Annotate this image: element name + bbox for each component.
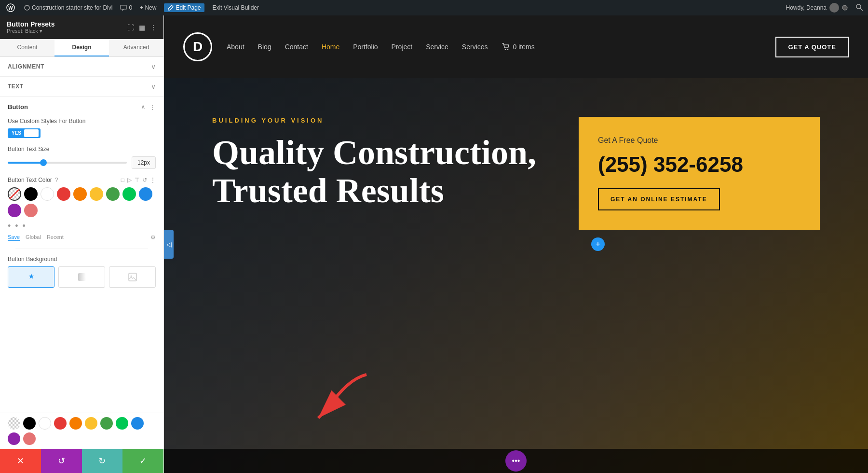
svg-text:W: W <box>8 5 13 11</box>
bg-option-image[interactable] <box>109 266 156 288</box>
bg-option-color[interactable] <box>8 266 54 288</box>
bottom-swatch-green[interactable] <box>100 417 113 430</box>
text-size-slider[interactable] <box>8 162 127 164</box>
bottom-swatch-pink[interactable] <box>23 432 36 445</box>
color-tab-global[interactable]: Global <box>26 234 41 241</box>
bottom-swatch-red[interactable] <box>54 417 67 430</box>
bottom-swatch-black[interactable] <box>23 417 36 430</box>
svg-point-11 <box>507 49 508 50</box>
color-more-icon[interactable]: ⋮ <box>150 177 156 183</box>
bottom-swatch-orange[interactable] <box>69 417 82 430</box>
divi-options-button[interactable]: ••• <box>505 450 527 472</box>
nav-cart[interactable]: 0 items <box>502 42 535 51</box>
admin-edit-page-button[interactable]: Edit Page <box>164 3 204 12</box>
panel-columns-icon[interactable]: ▦ <box>139 24 145 31</box>
admin-bar: W Construction starter site for Divi 0 +… <box>0 0 868 15</box>
admin-new-button[interactable]: + New <box>140 4 156 11</box>
color-swatch-green[interactable] <box>106 187 120 201</box>
divi-bottom-bar: ••• <box>164 449 868 473</box>
panel-fullscreen-icon[interactable]: ⛶ <box>127 24 134 31</box>
button-collapse-icon[interactable]: ∧ <box>141 103 146 111</box>
color-swatch-black[interactable] <box>24 187 38 201</box>
color-tab-saved[interactable]: Save <box>8 234 20 241</box>
svg-line-5 <box>860 8 863 11</box>
tab-advanced[interactable]: Advanced <box>109 39 163 56</box>
alignment-section-header[interactable]: Alignment ∨ <box>0 57 163 77</box>
tab-design[interactable]: Design <box>54 39 109 56</box>
color-swatch-transparent[interactable] <box>8 187 21 201</box>
site-nav: About Blog Contact Home Portfolio Projec… <box>227 42 766 51</box>
nav-services[interactable]: Services <box>462 43 488 51</box>
nav-portfolio[interactable]: Portfolio <box>353 43 378 51</box>
get-quote-button[interactable]: GET A QUOTE <box>775 37 849 57</box>
nav-blog[interactable]: Blog <box>258 43 271 51</box>
color-swatch-orange[interactable] <box>73 187 87 201</box>
bottom-swatch-yellow[interactable] <box>85 417 97 430</box>
button-section: Button ∧ ⋮ Use Custom Styles For Button … <box>0 97 163 302</box>
redo-button[interactable]: ↻ <box>82 449 123 473</box>
color-phone-icon[interactable]: ⊤ <box>135 177 139 183</box>
bottom-toolbar: ✕ ↺ ↻ ✓ <box>0 449 163 473</box>
quote-phone: (255) 352-6258 <box>598 153 800 177</box>
save-button[interactable]: ✓ <box>122 449 163 473</box>
color-tab-recent[interactable]: Recent <box>47 234 64 241</box>
button-more-icon[interactable]: ⋮ <box>149 103 156 111</box>
color-swatch-red[interactable] <box>57 187 70 201</box>
color-section-icons: □ ▷ ⊤ ↺ ⋮ <box>121 177 156 183</box>
separator1 <box>15 249 148 249</box>
panel-more-icon[interactable]: ⋮ <box>150 24 157 31</box>
tab-content[interactable]: Content <box>0 39 54 56</box>
bottom-swatch-purple[interactable] <box>8 432 20 445</box>
panel-title: Button Presets <box>7 20 55 28</box>
bottom-swatch-transparent[interactable] <box>8 417 20 430</box>
nav-project[interactable]: Project <box>392 43 413 51</box>
nav-contact[interactable]: Contact <box>285 43 308 51</box>
text-section-header[interactable]: Text ∨ <box>0 77 163 97</box>
slider-value[interactable]: 12px <box>132 156 156 169</box>
admin-search-icon[interactable] <box>855 3 863 13</box>
bottom-swatch-green2[interactable] <box>116 417 128 430</box>
admin-exit-builder-button[interactable]: Exit Visual Builder <box>212 4 259 11</box>
toggle-yes-label: YES <box>10 129 23 137</box>
svg-point-10 <box>504 49 505 50</box>
color-swatch-blue[interactable] <box>139 187 152 201</box>
color-swatch-pink[interactable] <box>24 204 38 217</box>
color-swatch-green2[interactable] <box>122 187 136 201</box>
color-help-icon[interactable]: ? <box>55 177 58 183</box>
color-desktop-icon[interactable]: □ <box>121 177 124 183</box>
color-swatch-purple[interactable] <box>8 204 21 217</box>
svg-line-6 <box>10 189 19 199</box>
bottom-swatch-white[interactable] <box>39 417 51 430</box>
color-tab-settings-icon[interactable]: ⚙ <box>150 234 156 241</box>
custom-styles-label: Use Custom Styles For Button <box>8 117 156 125</box>
admin-comments[interactable]: 0 <box>120 4 132 11</box>
quote-card-label: Get A Free Quote <box>598 136 800 145</box>
admin-howdy: Howdy, Deanna <box>786 3 848 13</box>
wp-logo-icon[interactable]: W <box>5 2 16 14</box>
add-content-button[interactable]: + <box>591 237 605 251</box>
bottom-swatch-blue[interactable] <box>131 417 144 430</box>
custom-styles-toggle[interactable]: YES <box>8 128 41 138</box>
hero-section: BUILDING YOUR VISION Quality Constructio… <box>164 78 868 473</box>
nav-about[interactable]: About <box>227 43 244 51</box>
color-swatch-white[interactable] <box>41 187 54 201</box>
color-reset-icon[interactable]: ↺ <box>142 177 147 183</box>
undo-button[interactable]: ↺ <box>41 449 82 473</box>
admin-site-name[interactable]: Construction starter site for Divi <box>24 4 112 11</box>
nav-service[interactable]: Service <box>426 43 448 51</box>
hero-eyebrow: BUILDING YOUR VISION <box>212 117 550 124</box>
bottom-color-row <box>0 413 163 449</box>
cancel-button[interactable]: ✕ <box>0 449 41 473</box>
more-dots[interactable]: • • • <box>8 221 156 231</box>
color-swatch-yellow[interactable] <box>90 187 103 201</box>
slider-thumb[interactable] <box>40 159 47 166</box>
svg-point-2 <box>25 5 29 10</box>
divi-panel-toggle[interactable]: ◁ <box>164 230 174 259</box>
website-background: D About Blog Contact Home Portfolio Proj… <box>164 15 868 473</box>
estimate-button[interactable]: GET AN ONLINE ESTIMATE <box>598 188 720 210</box>
bg-option-gradient[interactable] <box>58 266 105 288</box>
color-tablet-icon[interactable]: ▷ <box>127 177 132 183</box>
nav-home[interactable]: Home <box>322 43 339 51</box>
text-chevron-icon: ∨ <box>151 83 156 90</box>
quote-card: Get A Free Quote (255) 352-6258 GET AN O… <box>579 117 820 230</box>
